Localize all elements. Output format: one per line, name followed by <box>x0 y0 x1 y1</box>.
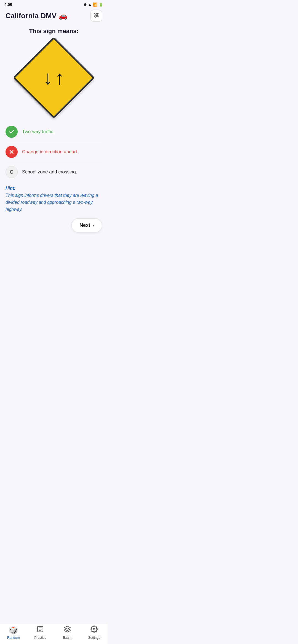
hint-body: This sign informs drivers that they are … <box>6 193 98 212</box>
signal-icon: 📶 <box>93 2 97 7</box>
status-bar: 4:56 ⊖ ▲ 📶 🔋 <box>0 0 108 8</box>
answers-section: Two-way traffic. Change in direction ahe… <box>0 122 108 182</box>
svg-point-5 <box>95 16 96 17</box>
status-time: 4:56 <box>4 2 12 7</box>
chevron-right-icon: › <box>92 222 94 228</box>
answer-badge-b <box>6 146 18 158</box>
arrow-up-icon: ↑ <box>55 68 65 87</box>
svg-point-4 <box>96 14 98 16</box>
answer-item-c[interactable]: C School zone and crossing. <box>6 162 102 182</box>
answer-badge-a <box>6 126 18 138</box>
sign-arrows: ↓ ↑ <box>43 68 65 87</box>
question-label: This sign means: <box>0 28 108 35</box>
next-button[interactable]: Next › <box>71 218 102 232</box>
filter-button[interactable] <box>91 10 102 22</box>
answer-letter-c: C <box>10 169 14 175</box>
dnd-icon: ⊖ <box>84 2 87 7</box>
hint-text: Hint: This sign informs drivers that the… <box>6 185 102 213</box>
status-icons: ⊖ ▲ 📶 🔋 <box>84 2 103 7</box>
svg-point-3 <box>95 13 96 14</box>
wifi-icon: ▲ <box>88 2 92 7</box>
answer-item-a[interactable]: Two-way traffic. <box>6 122 102 142</box>
next-button-container: Next › <box>0 218 108 238</box>
next-button-label: Next <box>79 222 90 228</box>
battery-icon: 🔋 <box>99 2 103 7</box>
answer-item-b[interactable]: Change in direction ahead. <box>6 142 102 162</box>
hint-section: Hint: This sign informs drivers that the… <box>6 185 102 213</box>
arrow-down-icon: ↓ <box>43 68 53 87</box>
app-title: California DMV 🚗 <box>6 12 67 20</box>
filter-icon <box>93 12 99 20</box>
hint-label: Hint: <box>6 186 15 190</box>
diamond-sign: ↓ ↑ <box>13 37 95 119</box>
answer-text-b: Change in direction ahead. <box>22 149 78 155</box>
road-sign-container: ↓ ↑ <box>15 39 92 116</box>
answer-text-a: Two-way traffic. <box>22 128 55 135</box>
app-header: California DMV 🚗 <box>0 8 108 25</box>
main-content: This sign means: ↓ ↑ Two-way traffic. <box>0 28 108 263</box>
answer-text-c: School zone and crossing. <box>22 169 77 175</box>
answer-badge-c: C <box>6 166 18 178</box>
